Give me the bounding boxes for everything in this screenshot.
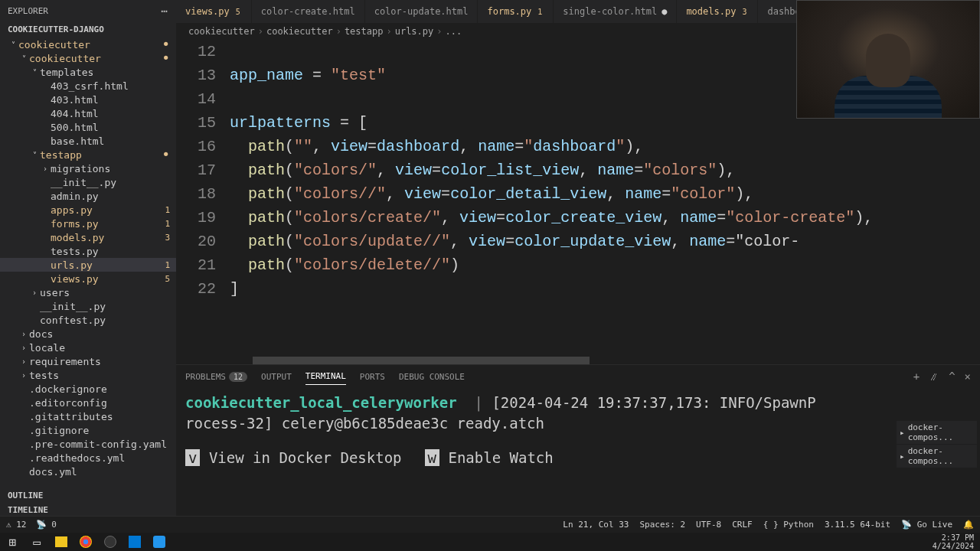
outline-section[interactable]: OUTLINE bbox=[0, 488, 176, 503]
explorer-header: EXPLORER ⋯ bbox=[0, 0, 176, 21]
folder-item[interactable]: ›migrations bbox=[0, 161, 176, 175]
file-item[interactable]: 403_csrf.html bbox=[0, 79, 176, 93]
breadcrumb-item[interactable]: cookiecutter bbox=[266, 26, 333, 37]
panel-tabs: PROBLEMS12 OUTPUT TERMINAL PORTS DEBUG C… bbox=[176, 365, 980, 388]
explorer-sidebar: EXPLORER ⋯ COOKIECUTTER-DJANGO ˅cookiecu… bbox=[0, 0, 176, 517]
gutter: 1213141516171819202122 bbox=[176, 40, 230, 364]
editor-tab[interactable]: forms.py1 bbox=[478, 0, 554, 23]
file-item[interactable]: admin.py bbox=[0, 189, 176, 203]
terminal-list: ▸ docker-compos... ▸ docker-compos... bbox=[897, 421, 977, 468]
file-item[interactable]: .readthedocs.yml bbox=[0, 451, 176, 465]
vscode-icon[interactable] bbox=[129, 536, 141, 548]
file-tree: ˅cookiecutter•˅cookiecutter•˅templates40… bbox=[0, 37, 176, 488]
editor-tab[interactable]: single-color.html● bbox=[554, 0, 677, 23]
status-encoding[interactable]: UTF-8 bbox=[696, 520, 721, 530]
file-item[interactable]: .gitattributes bbox=[0, 409, 176, 423]
chrome-icon[interactable] bbox=[80, 536, 92, 548]
file-item[interactable]: docs.yml bbox=[0, 465, 176, 478]
webcam-overlay bbox=[796, 0, 980, 119]
panel-actions: + ⫽ ^ × bbox=[913, 370, 971, 383]
taskbar-clock[interactable]: 2:37 PM 4/24/2024 bbox=[926, 533, 980, 550]
breadcrumb-item[interactable]: urls.py bbox=[395, 26, 434, 37]
editor-tab[interactable]: color-create.html bbox=[252, 0, 365, 23]
file-item[interactable]: base.html bbox=[0, 134, 176, 148]
breadcrumb-item[interactable]: testapp bbox=[345, 26, 384, 37]
status-python-version[interactable]: 3.11.5 64-bit bbox=[825, 520, 890, 530]
status-spaces[interactable]: Spaces: 2 bbox=[639, 520, 685, 530]
editor-tab[interactable]: models.py3 bbox=[677, 0, 758, 23]
file-item[interactable]: .gitignore bbox=[0, 423, 176, 437]
breadcrumb-item[interactable]: ... bbox=[446, 26, 462, 37]
new-terminal-icon[interactable]: + bbox=[913, 370, 920, 383]
status-ports[interactable]: 📡 0 bbox=[36, 520, 57, 530]
terminal-content[interactable]: cookiecutter_local_celeryworker | [2024-… bbox=[176, 388, 980, 517]
folder-item[interactable]: ˅cookiecutter• bbox=[0, 51, 176, 65]
file-item[interactable]: __init__.py bbox=[0, 175, 176, 189]
horizontal-scrollbar[interactable] bbox=[230, 357, 980, 364]
obs-icon[interactable] bbox=[104, 536, 116, 548]
start-icon[interactable]: ⊞ bbox=[0, 533, 24, 551]
file-item[interactable]: .pre-commit-config.yaml bbox=[0, 437, 176, 451]
more-icon[interactable]: ⋯ bbox=[162, 5, 168, 17]
explorer-title: EXPLORER bbox=[8, 6, 48, 16]
file-item[interactable]: models.py3 bbox=[0, 230, 176, 244]
editor-tab[interactable]: color-update.html bbox=[365, 0, 479, 23]
output-tab[interactable]: OUTPUT bbox=[261, 369, 292, 385]
taskview-icon[interactable]: ▭ bbox=[24, 533, 49, 551]
folder-item[interactable]: ˅templates bbox=[0, 65, 176, 79]
status-golive[interactable]: 📡 Go Live bbox=[901, 520, 952, 530]
folder-item[interactable]: ˅testapp• bbox=[0, 148, 176, 161]
terminal-item[interactable]: ▸ docker-compos... bbox=[897, 421, 977, 444]
terminal-item[interactable]: ▸ docker-compos... bbox=[897, 445, 977, 468]
status-warnings[interactable]: ⚠ 12 bbox=[6, 520, 27, 530]
file-item[interactable]: 404.html bbox=[0, 106, 176, 120]
status-line-col[interactable]: Ln 21, Col 33 bbox=[563, 520, 629, 530]
bottom-panel: PROBLEMS12 OUTPUT TERMINAL PORTS DEBUG C… bbox=[176, 364, 980, 517]
file-item[interactable]: tests.py bbox=[0, 244, 176, 258]
folder-item[interactable]: ›tests bbox=[0, 368, 176, 382]
file-item[interactable]: 403.html bbox=[0, 93, 176, 106]
status-lang[interactable]: { } Python bbox=[763, 520, 814, 530]
folder-item[interactable]: ›locale bbox=[0, 341, 176, 354]
file-item[interactable]: __init__.py bbox=[0, 299, 176, 313]
folder-item[interactable]: ˅cookiecutter• bbox=[0, 37, 176, 51]
status-notification-icon[interactable]: 🔔 bbox=[963, 520, 974, 530]
editor-tab[interactable]: views.py5 bbox=[176, 0, 252, 23]
file-item[interactable]: urls.py1 bbox=[0, 258, 176, 272]
problems-tab[interactable]: PROBLEMS12 bbox=[185, 369, 247, 385]
docker-icon[interactable] bbox=[153, 536, 165, 548]
folder-item[interactable]: ›docs bbox=[0, 327, 176, 341]
file-item[interactable]: conftest.py bbox=[0, 313, 176, 327]
split-terminal-icon[interactable]: ⫽ bbox=[929, 370, 939, 383]
file-item[interactable]: .editorconfig bbox=[0, 396, 176, 409]
terminal-tab[interactable]: TERMINAL bbox=[305, 368, 346, 385]
folder-item[interactable]: ›users bbox=[0, 285, 176, 299]
status-bar: ⚠ 12 📡 0 Ln 21, Col 33 Spaces: 2 UTF-8 C… bbox=[0, 516, 980, 533]
file-item[interactable]: apps.py1 bbox=[0, 203, 176, 217]
file-item[interactable]: views.py5 bbox=[0, 272, 176, 285]
folder-item[interactable]: ›requirements bbox=[0, 354, 176, 368]
file-item[interactable]: 500.html bbox=[0, 120, 176, 134]
status-eol[interactable]: CRLF bbox=[732, 520, 753, 530]
file-item[interactable]: forms.py1 bbox=[0, 217, 176, 230]
ports-tab[interactable]: PORTS bbox=[360, 369, 385, 385]
panel-up-icon[interactable]: ^ bbox=[949, 370, 955, 383]
project-title[interactable]: COOKIECUTTER-DJANGO bbox=[0, 21, 176, 37]
file-item[interactable]: .dockerignore bbox=[0, 382, 176, 396]
windows-taskbar: ⊞ ▭ 2:37 PM 4/24/2024 bbox=[0, 533, 980, 551]
explorer-icon[interactable] bbox=[55, 536, 67, 547]
debug-tab[interactable]: DEBUG CONSOLE bbox=[399, 369, 465, 385]
panel-close-icon[interactable]: × bbox=[965, 370, 971, 383]
breadcrumb-item[interactable]: cookiecutter bbox=[188, 26, 255, 37]
